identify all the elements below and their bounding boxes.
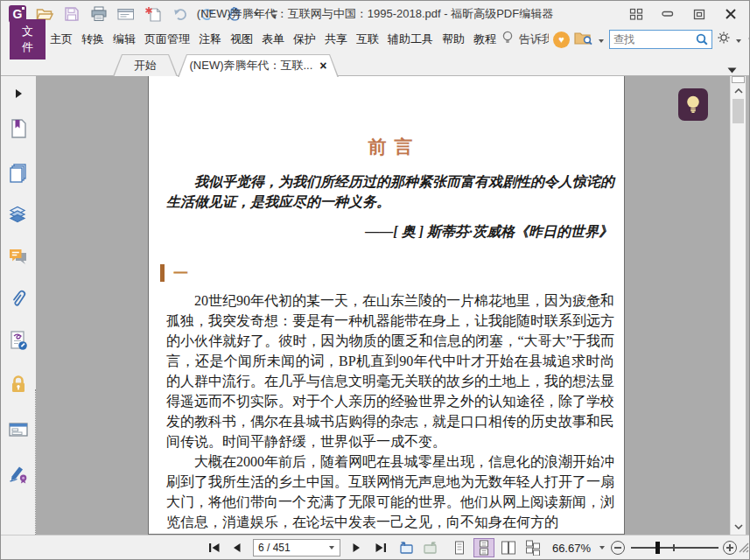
page-indicator: 6 / 451 xyxy=(258,542,291,554)
status-bar: 6 / 451 66.67% xyxy=(1,535,749,559)
zoom-slider-tick xyxy=(673,544,675,551)
next-page-icon[interactable] xyxy=(349,539,363,556)
tab-start-label: 开始 xyxy=(134,58,157,74)
menu-convert[interactable]: 转换 xyxy=(77,27,109,52)
minimize-button[interactable] xyxy=(655,4,681,24)
doc-heading: 前言 xyxy=(166,137,614,158)
doc-section-marker: 一 xyxy=(160,263,614,283)
menu-share[interactable]: 共享 xyxy=(320,27,352,52)
first-page-icon[interactable] xyxy=(206,539,223,556)
window-title: (NEW)奔腾年代：互联网与中国：1995-2018.pdf - 福昕高级PDF… xyxy=(106,1,644,27)
window-controls xyxy=(623,1,744,27)
signatures-icon[interactable] xyxy=(8,463,29,484)
tellme-label[interactable]: 告诉我 xyxy=(519,32,549,47)
zoom-slider[interactable] xyxy=(631,547,718,549)
section-label: 一 xyxy=(173,263,188,284)
tab-document[interactable]: (NEW)奔腾年代：互联... × xyxy=(178,54,339,77)
close-button[interactable] xyxy=(718,4,744,24)
menu-right-tools: 告诉我 ♥ xyxy=(501,29,750,50)
window-right-edge xyxy=(746,76,749,535)
zoom-dropdown-icon[interactable] xyxy=(598,539,606,556)
resize-grip-icon[interactable] xyxy=(738,539,749,556)
previous-view-icon[interactable] xyxy=(396,539,416,556)
scrollbar-split-handle[interactable] xyxy=(732,76,745,83)
attachments-icon[interactable] xyxy=(8,288,29,309)
lightbulb-icon[interactable] xyxy=(501,30,515,49)
menu-edit[interactable]: 编辑 xyxy=(109,27,140,52)
menu-protect[interactable]: 保护 xyxy=(289,27,320,52)
menu-tutorial[interactable]: 教程 xyxy=(469,27,501,52)
view-facing-icon[interactable] xyxy=(498,538,519,557)
zoom-slider-handle[interactable] xyxy=(655,542,660,554)
heart-icon[interactable]: ♥ xyxy=(553,32,570,48)
collapse-toolbar-icon[interactable] xyxy=(746,32,750,47)
folder-search-dropdown-icon[interactable] xyxy=(598,32,605,47)
scrollbar-thumb[interactable] xyxy=(732,99,744,123)
digital-ids-icon[interactable] xyxy=(8,330,29,351)
layout-icon[interactable] xyxy=(623,4,649,24)
zoom-in-button[interactable] xyxy=(722,539,738,556)
pdf-page[interactable]: 前言 我似乎觉得，为我们所经历过的那种紧张而富有戏剧性的令人惊诧的生活做见证，是… xyxy=(148,76,625,535)
doc-quote: 我似乎觉得，为我们所经历过的那种紧张而富有戏剧性的令人惊诧的生活做见证，是我应尽… xyxy=(166,172,614,212)
menu-form[interactable]: 表单 xyxy=(257,27,289,52)
expand-panel-icon[interactable] xyxy=(8,83,29,104)
menu-bar: 文件 主页 转换 编辑 页面管理 注释 视图 表单 保护 共享 互联 辅助工具 … xyxy=(1,27,749,52)
menu-view[interactable]: 视图 xyxy=(226,27,257,52)
vertical-scrollbar[interactable] xyxy=(730,76,746,535)
save-icon[interactable] xyxy=(62,4,81,24)
section-bar xyxy=(160,264,165,282)
tab-start[interactable]: 开始 xyxy=(113,54,178,76)
page-number-field[interactable]: 6 / 451 xyxy=(253,539,340,556)
maximize-button[interactable] xyxy=(686,4,712,24)
scroll-down-icon[interactable] xyxy=(731,521,746,533)
comments-icon[interactable] xyxy=(8,246,29,267)
page-thumbnails-icon[interactable] xyxy=(8,162,29,183)
last-page-icon[interactable] xyxy=(372,539,389,556)
document-canvas[interactable]: 前言 我似乎觉得，为我们所经历过的那种紧张而富有戏剧性的令人惊诧的生活做见证，是… xyxy=(36,76,730,535)
menu-help[interactable]: 帮助 xyxy=(438,27,469,52)
document-tab-bar: 开始 (NEW)奔腾年代：互联... × xyxy=(1,52,749,76)
zoom-percentage[interactable]: 66.67% xyxy=(549,539,591,556)
search-input[interactable] xyxy=(610,33,695,46)
menu-organize[interactable]: 页面管理 xyxy=(140,27,194,52)
tab-close-icon[interactable]: × xyxy=(319,60,326,72)
menu-home[interactable]: 主页 xyxy=(46,27,77,52)
page-field-dropdown-icon xyxy=(328,545,335,550)
previous-page-icon[interactable] xyxy=(230,539,244,556)
gear-dropdown-icon[interactable] xyxy=(735,32,742,47)
doc-paragraph: 20世纪90年代初的某一天，在山东兰陵的一片棉花地里，因为疲惫和孤独，我突发奇想… xyxy=(166,290,614,452)
menu-comment[interactable]: 注释 xyxy=(194,27,226,52)
security-icon[interactable] xyxy=(8,374,29,395)
assistant-lightbulb-button[interactable] xyxy=(678,88,708,121)
zoom-out-button[interactable] xyxy=(610,539,626,556)
content-area: 前言 我似乎觉得，为我们所经历过的那种紧张而富有戏剧性的令人惊诧的生活做见证，是… xyxy=(1,76,749,535)
search-icon[interactable] xyxy=(695,32,711,46)
view-single-page-icon[interactable] xyxy=(449,538,470,557)
menu-connect[interactable]: 互联 xyxy=(352,27,383,52)
tab-document-label: (NEW)奔腾年代：互联... xyxy=(190,58,313,74)
gear-icon[interactable] xyxy=(717,31,731,48)
menu-accessibility[interactable]: 辅助工具 xyxy=(383,27,438,52)
layers-icon[interactable] xyxy=(8,204,29,225)
title-bar: G xyxy=(1,1,749,27)
page-text: 前言 我似乎觉得，为我们所经历过的那种紧张而富有戏剧性的令人惊诧的生活做见证，是… xyxy=(166,76,614,532)
form-fields-icon[interactable] xyxy=(8,419,29,440)
navigation-panel-rail xyxy=(1,76,36,535)
app-window: G xyxy=(0,0,750,560)
folder-search-icon[interactable] xyxy=(574,31,593,49)
tab-overflow-icon[interactable] xyxy=(727,61,737,77)
bookmarks-icon[interactable] xyxy=(8,118,29,139)
scroll-up-icon[interactable] xyxy=(731,85,746,97)
search-box xyxy=(609,30,712,49)
view-facing-continuous-icon[interactable] xyxy=(522,538,543,557)
next-view-icon[interactable] xyxy=(421,539,440,556)
view-continuous-icon[interactable] xyxy=(473,538,494,557)
doc-paragraph: 大概在2000年前后，随着网吧在县城零星出现，信息化的浪潮开始冲刷到了我所生活的… xyxy=(166,452,614,532)
doc-attribution: ——[ 奥 ] 斯蒂芬·茨威格《昨日的世界》 xyxy=(166,221,614,242)
